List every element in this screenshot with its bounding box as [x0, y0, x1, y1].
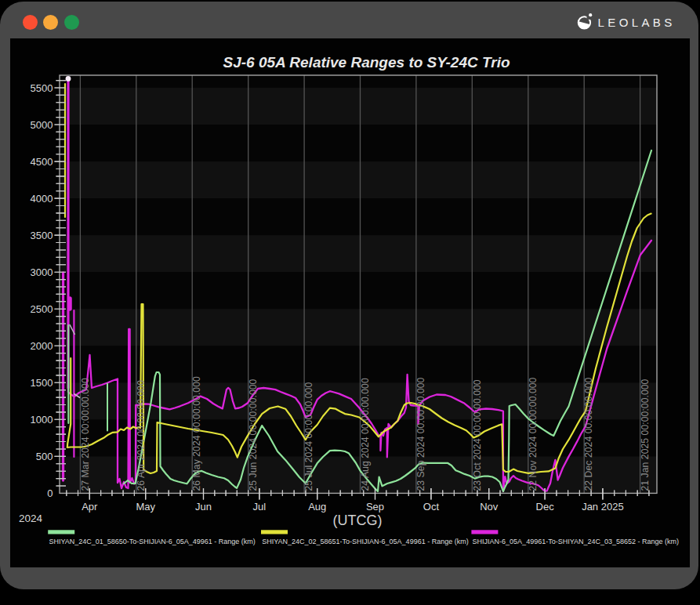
svg-text:25 Jul 2024 00:00:00.000: 25 Jul 2024 00:00:00.000 — [303, 382, 314, 491]
svg-text:Dec: Dec — [536, 501, 555, 513]
svg-text:Jun: Jun — [195, 501, 212, 513]
svg-text:1500: 1500 — [31, 377, 53, 389]
svg-text:2024: 2024 — [19, 513, 43, 524]
svg-text:Jul: Jul — [253, 501, 267, 513]
svg-text:24 Aug 2024 00:00:00.000: 24 Aug 2024 00:00:00.000 — [360, 378, 371, 491]
svg-text:SHIYAN_24C_01_58650-To-SHIJIAN: SHIYAN_24C_01_58650-To-SHIJIAN-6_05A_499… — [49, 538, 255, 545]
svg-text:5000: 5000 — [31, 119, 53, 131]
svg-text:22 Nov 2024 00:00:00.000: 22 Nov 2024 00:00:00.000 — [528, 377, 539, 491]
svg-text:LEOLABS: LEOLABS — [598, 16, 676, 29]
svg-text:Jan 2025: Jan 2025 — [582, 501, 624, 513]
svg-text:SJ-6 05A Relative Ranges to SY: SJ-6 05A Relative Ranges to SY-24C Trio — [223, 54, 510, 71]
svg-text:Aug: Aug — [308, 501, 326, 513]
svg-text:Sep: Sep — [366, 501, 384, 513]
svg-text:23 Sep 2024 00:00:00.000: 23 Sep 2024 00:00:00.000 — [415, 377, 426, 491]
svg-text:4500: 4500 — [31, 156, 53, 168]
svg-text:26 May 2024 00:00:00.000: 26 May 2024 00:00:00.000 — [191, 376, 202, 491]
svg-text:0: 0 — [47, 487, 53, 499]
svg-text:Oct: Oct — [423, 501, 440, 513]
svg-text:26 Apr 2024 00:00:00.000: 26 Apr 2024 00:00:00.000 — [136, 380, 147, 491]
svg-text:25 Jun 2024 00:00:00.000: 25 Jun 2024 00:00:00.000 — [248, 379, 259, 491]
svg-text:3000: 3000 — [31, 266, 53, 278]
svg-text:3500: 3500 — [31, 230, 53, 241]
svg-text:22 Dec 2024 00:00:00.000: 22 Dec 2024 00:00:00.000 — [583, 377, 594, 491]
svg-text:May: May — [136, 501, 155, 513]
svg-text:SHIJIAN-6_05A_49961-To-SHIYAN_: SHIJIAN-6_05A_49961-To-SHIYAN_24C_03_586… — [473, 538, 679, 545]
svg-text:Apr: Apr — [82, 501, 98, 513]
svg-text:2000: 2000 — [31, 340, 53, 352]
svg-text:4000: 4000 — [31, 193, 53, 205]
svg-text:1000: 1000 — [31, 414, 53, 426]
svg-text:2500: 2500 — [31, 303, 53, 315]
svg-text:500: 500 — [36, 451, 53, 462]
svg-text:23 Oct 2024 00:00:00.000: 23 Oct 2024 00:00:00.000 — [472, 379, 483, 491]
svg-text:27 Mar 2024 00:00:00.000: 27 Mar 2024 00:00:00.000 — [80, 378, 91, 491]
svg-text:Nov: Nov — [480, 501, 499, 513]
svg-text:5500: 5500 — [31, 82, 53, 94]
svg-text:(UTCG): (UTCG) — [333, 513, 383, 528]
svg-text:21 Jan 2025 00:00:00.000: 21 Jan 2025 00:00:00.000 — [640, 379, 651, 491]
svg-text:SHIYAN_24C_02_58651-To-SHIJIAN: SHIYAN_24C_02_58651-To-SHIJIAN-6_05A_499… — [262, 538, 468, 545]
